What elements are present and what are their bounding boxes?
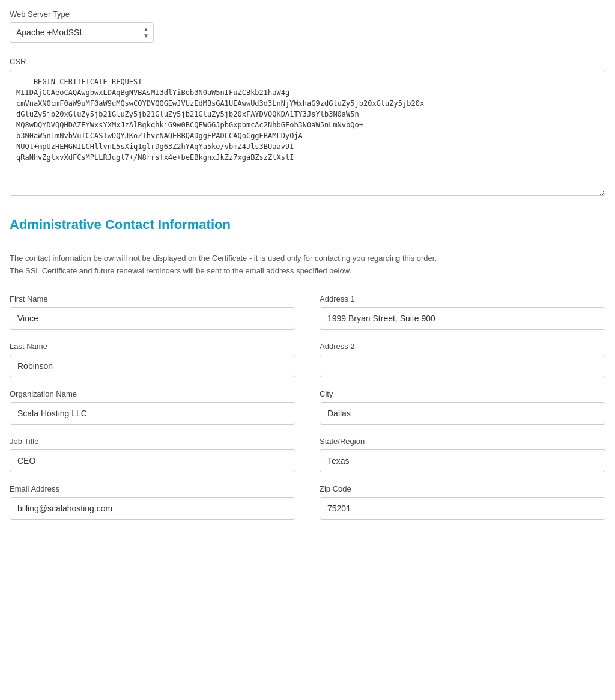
first-name-label: First Name — [10, 294, 295, 303]
first-name-input[interactable] — [10, 307, 295, 330]
state-region-field: State/Region — [320, 437, 605, 472]
first-name-field: First Name — [10, 294, 295, 330]
address2-input[interactable] — [320, 355, 605, 377]
zip-code-input[interactable] — [320, 497, 605, 520]
city-field: City — [320, 389, 605, 425]
address1-field: Address 1 — [320, 294, 605, 330]
org-name-input[interactable] — [10, 402, 295, 425]
last-name-field: Last Name — [10, 342, 295, 377]
city-input[interactable] — [320, 402, 605, 425]
email-label: Email Address — [10, 484, 295, 493]
job-title-label: Job Title — [10, 437, 295, 446]
csr-section: CSR ----BEGIN CERTIFICATE REQUEST---- MI… — [10, 57, 605, 198]
last-name-label: Last Name — [10, 342, 295, 351]
job-title-input[interactable] — [10, 449, 295, 472]
web-server-type-label: Web Server Type — [10, 10, 605, 19]
last-name-input[interactable] — [10, 355, 295, 377]
email-input[interactable] — [10, 497, 295, 520]
state-region-input[interactable] — [320, 449, 605, 472]
zip-code-label: Zip Code — [320, 484, 605, 493]
contact-form-grid: First Name Address 1 Last Name Address 2… — [10, 294, 605, 520]
address1-input[interactable] — [320, 307, 605, 330]
state-region-label: State/Region — [320, 437, 605, 446]
section-divider — [10, 240, 605, 240]
csr-textarea[interactable]: ----BEGIN CERTIFICATE REQUEST---- MIIDAj… — [10, 70, 605, 196]
address1-label: Address 1 — [320, 294, 605, 303]
web-server-type-wrapper: Apache +ModSSL Apache Nginx IIS Other ▲ … — [10, 22, 154, 43]
city-label: City — [320, 389, 605, 398]
csr-label: CSR — [10, 57, 605, 66]
admin-contact-section: Administrative Contact Information The c… — [10, 217, 605, 520]
contact-description: The contact information below will not b… — [10, 252, 605, 278]
address2-field: Address 2 — [320, 342, 605, 377]
admin-contact-title: Administrative Contact Information — [10, 217, 605, 233]
org-name-field: Organization Name — [10, 389, 295, 425]
job-title-field: Job Title — [10, 437, 295, 472]
email-field: Email Address — [10, 484, 295, 520]
web-server-type-select[interactable]: Apache +ModSSL Apache Nginx IIS Other — [10, 22, 154, 43]
web-server-type-section: Web Server Type Apache +ModSSL Apache Ng… — [10, 10, 605, 43]
zip-code-field: Zip Code — [320, 484, 605, 520]
org-name-label: Organization Name — [10, 389, 295, 398]
address2-label: Address 2 — [320, 342, 605, 351]
